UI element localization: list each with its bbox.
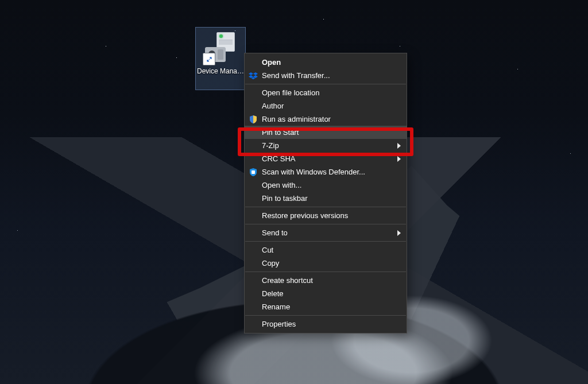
menu-item-label: Cut bbox=[262, 246, 273, 254]
desktop-shortcut-device-manager[interactable]: Device Mana… bbox=[196, 28, 245, 90]
menu-item-label: Send to bbox=[262, 228, 288, 237]
menu-item-label: Open bbox=[262, 58, 281, 67]
menu-item-label: Create shortcut bbox=[262, 276, 313, 285]
menu-item-send-to[interactable]: Send to bbox=[245, 226, 407, 239]
menu-item-label: Properties bbox=[262, 320, 296, 328]
defender-shield-icon bbox=[249, 168, 258, 177]
menu-item-label: Delete bbox=[262, 289, 284, 298]
menu-separator bbox=[245, 241, 406, 242]
menu-item-open[interactable]: Open bbox=[245, 56, 407, 69]
svg-marker-0 bbox=[249, 72, 253, 75]
menu-item-label: 7-Zip bbox=[262, 141, 279, 150]
menu-item-label: Run as administrator bbox=[262, 115, 331, 123]
menu-item-properties[interactable]: Properties bbox=[245, 317, 407, 331]
menu-separator bbox=[245, 315, 406, 316]
menu-item-run-as-administrator[interactable]: Run as administrator bbox=[245, 113, 407, 126]
menu-item-crc-sha[interactable]: CRC SHA bbox=[245, 152, 407, 165]
menu-item-label: Pin to Start bbox=[262, 128, 299, 137]
menu-item-label: Copy bbox=[262, 259, 279, 267]
menu-item-restore-previous-versions[interactable]: Restore previous versions bbox=[245, 209, 407, 222]
menu-item-label: Restore previous versions bbox=[262, 211, 348, 220]
menu-item-author[interactable]: Author bbox=[245, 99, 407, 113]
menu-item-7zip[interactable]: 7-Zip bbox=[245, 139, 407, 152]
chevron-right-icon bbox=[397, 156, 401, 162]
menu-item-scan-defender[interactable]: Scan with Windows Defender... bbox=[245, 165, 407, 179]
menu-item-rename[interactable]: Rename bbox=[245, 300, 407, 313]
menu-separator bbox=[245, 84, 406, 84]
admin-shield-icon bbox=[249, 115, 258, 124]
menu-item-label: Scan with Windows Defender... bbox=[262, 168, 365, 176]
svg-rect-5 bbox=[252, 170, 255, 174]
menu-item-label: Send with Transfer... bbox=[262, 71, 330, 80]
menu-item-label: Rename bbox=[262, 302, 290, 311]
device-manager-icon bbox=[203, 30, 238, 65]
menu-item-label: CRC SHA bbox=[262, 154, 296, 163]
chevron-right-icon bbox=[397, 230, 401, 236]
menu-item-label: Author bbox=[262, 102, 284, 110]
menu-item-label: Open with... bbox=[262, 181, 301, 189]
menu-item-copy[interactable]: Copy bbox=[245, 257, 407, 270]
menu-item-open-file-location[interactable]: Open file location bbox=[245, 86, 407, 99]
menu-item-cut[interactable]: Cut bbox=[245, 243, 407, 257]
shortcut-context-menu: Open Send with Transfer... Open file loc… bbox=[244, 53, 407, 333]
menu-item-pin-to-start[interactable]: Pin to Start bbox=[245, 126, 407, 139]
chevron-right-icon bbox=[397, 143, 401, 149]
menu-separator bbox=[245, 271, 406, 272]
menu-item-delete[interactable]: Delete bbox=[245, 287, 407, 300]
menu-item-open-with[interactable]: Open with... bbox=[245, 179, 407, 192]
menu-item-create-shortcut[interactable]: Create shortcut bbox=[245, 274, 407, 287]
menu-separator bbox=[245, 224, 406, 224]
svg-marker-1 bbox=[253, 72, 258, 75]
dropbox-icon bbox=[249, 71, 258, 80]
menu-separator bbox=[245, 207, 406, 207]
menu-item-send-with-transfer[interactable]: Send with Transfer... bbox=[245, 69, 407, 82]
menu-item-pin-to-taskbar[interactable]: Pin to taskbar bbox=[245, 192, 407, 205]
shortcut-arrow-overlay-icon bbox=[203, 53, 215, 65]
menu-item-label: Open file location bbox=[262, 88, 319, 97]
menu-item-label: Pin to taskbar bbox=[262, 194, 308, 203]
desktop-shortcut-label: Device Mana… bbox=[196, 67, 245, 76]
